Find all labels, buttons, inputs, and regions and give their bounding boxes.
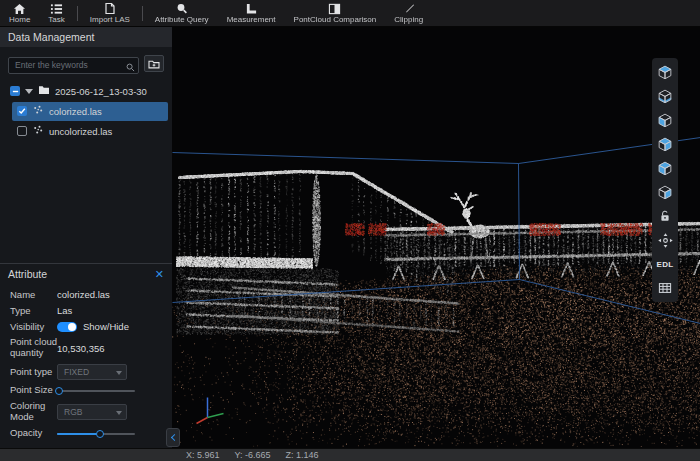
tree-file-row-uncolorized[interactable]: uncolorized.las (12, 122, 168, 141)
file-tree: 2025-06-12_13-03-30 colorized.las uncolo… (0, 78, 172, 142)
toolbar-button-measurement[interactable]: Measurement (218, 0, 285, 26)
toolbar-button-clipping[interactable]: Clipping (385, 0, 432, 26)
toolbar-button-attribute-query[interactable]: Attribute Query (146, 0, 218, 26)
field-label: Type (10, 306, 57, 317)
toolbar-button-home[interactable]: Home (0, 0, 39, 26)
chevron-down-icon (116, 411, 122, 415)
quantity-value: 10,530,356 (57, 343, 105, 354)
expand-caret-icon[interactable] (25, 89, 33, 94)
field-label: Name (10, 290, 57, 301)
lock-button[interactable] (654, 205, 676, 227)
cube-bottom-icon (656, 87, 674, 105)
visibility-value: Show/Hide (83, 321, 129, 332)
visibility-toggle[interactable] (57, 322, 77, 332)
attr-row-opacity: Opacity (10, 428, 162, 439)
data-management-panel: Data Management 2025-06 (0, 27, 172, 448)
toolbar-label: Attribute Query (155, 16, 209, 24)
comparison-icon (328, 3, 341, 15)
coloring-mode-value: RGB (64, 407, 82, 417)
folder-label: 2025-06-12_13-03-30 (55, 86, 147, 97)
file-label: uncolorized.las (49, 126, 112, 137)
toolbar-label: Task (48, 16, 64, 24)
name-value: colorized.las (57, 289, 110, 300)
add-folder-button[interactable] (144, 55, 164, 72)
toolbar-label: PontCloud Comparison (294, 16, 377, 24)
point-size-slider[interactable] (57, 386, 135, 396)
attr-row-point-type: Point type FIXED (10, 364, 162, 380)
tree-file-row-colorized[interactable]: colorized.las (12, 102, 168, 121)
view-left-button[interactable] (654, 157, 676, 179)
coord-x: X: 5.961 (186, 450, 220, 460)
toggle-knob (68, 323, 76, 331)
attribute-panel-header: Attribute ✕ (0, 264, 172, 284)
search-input-wrap (8, 54, 139, 74)
point-type-select[interactable]: FIXED (57, 364, 127, 380)
query-magnifier-icon (175, 2, 188, 15)
search-input[interactable] (8, 57, 139, 74)
attr-row-quantity: Point cloud quantity 10,530,356 (10, 337, 162, 359)
attr-row-name: Name colorized.las (10, 289, 162, 300)
view-back-button[interactable] (654, 133, 676, 155)
coord-y: Y: -6.665 (235, 450, 271, 460)
pan-button[interactable] (654, 229, 676, 251)
cube-back-icon (656, 135, 674, 153)
view-top-button[interactable] (654, 61, 676, 83)
attr-row-type: Type Las (10, 305, 162, 316)
search-row (0, 47, 172, 78)
grid-button[interactable] (654, 277, 676, 299)
panel-collapse-button[interactable] (166, 428, 180, 447)
field-label: Point Size (10, 385, 57, 396)
pointcloud-file-icon (33, 105, 43, 117)
search-icon (126, 58, 135, 76)
top-toolbar: Home Task Import LAS Attribute Query Mea… (0, 0, 700, 27)
view-bottom-button[interactable] (654, 85, 676, 107)
slider-handle[interactable] (55, 387, 63, 395)
field-label: Coloring Mode (10, 401, 57, 423)
slider-handle[interactable] (96, 430, 104, 438)
opacity-slider[interactable] (57, 429, 135, 439)
attribute-panel: Attribute ✕ Name colorized.las Type Las … (0, 264, 172, 448)
folder-checkbox-indeterminate[interactable] (10, 86, 20, 96)
file-checkbox-unchecked[interactable] (17, 126, 27, 136)
file-label: colorized.las (49, 106, 102, 117)
view-front-button[interactable] (654, 109, 676, 131)
toolbar-separator (142, 6, 143, 21)
view-toolbar: EDL (652, 58, 678, 302)
ruler-icon (245, 3, 258, 15)
data-management-header: Data Management (0, 27, 172, 47)
point-type-value: FIXED (64, 367, 89, 377)
cube-left-icon (656, 159, 674, 177)
coord-z: Z: 1.146 (286, 450, 319, 460)
file-checkbox-checked[interactable] (17, 106, 27, 116)
edl-button[interactable]: EDL (654, 253, 676, 275)
close-icon[interactable]: ✕ (155, 269, 164, 280)
toolbar-separator (77, 6, 78, 21)
toolbar-button-import-las[interactable]: Import LAS (81, 0, 139, 26)
field-label: Point cloud quantity (10, 337, 57, 359)
document-import-icon (104, 2, 116, 15)
toolbar-button-task[interactable]: Task (39, 0, 73, 26)
chevron-down-icon (116, 371, 122, 375)
type-value: Las (57, 305, 72, 316)
chevron-left-icon (170, 434, 177, 441)
coloring-mode-select[interactable]: RGB (57, 404, 127, 420)
folder-icon (38, 85, 50, 97)
tree-folder-row[interactable]: 2025-06-12_13-03-30 (0, 82, 172, 101)
grid-icon (657, 280, 673, 296)
pointcloud-file-icon (33, 125, 43, 137)
folder-plus-icon (148, 59, 160, 69)
slider-fill (57, 433, 100, 435)
clipping-pen-icon (403, 3, 415, 15)
cube-top-icon (656, 63, 674, 81)
cube-right-icon (656, 183, 674, 201)
viewport-3d-pointcloud[interactable] (172, 27, 700, 448)
field-label: Point type (10, 367, 57, 378)
attr-row-visibility: Visibility Show/Hide (10, 321, 162, 332)
toolbar-label: Clipping (394, 16, 423, 24)
toolbar-button-pointcloud-comparison[interactable]: PontCloud Comparison (285, 0, 386, 26)
attribute-title: Attribute (8, 268, 47, 280)
home-icon (13, 3, 26, 15)
attr-row-point-size: Point Size (10, 385, 162, 396)
application-window: Home Task Import LAS Attribute Query Mea… (0, 0, 700, 461)
view-right-button[interactable] (654, 181, 676, 203)
